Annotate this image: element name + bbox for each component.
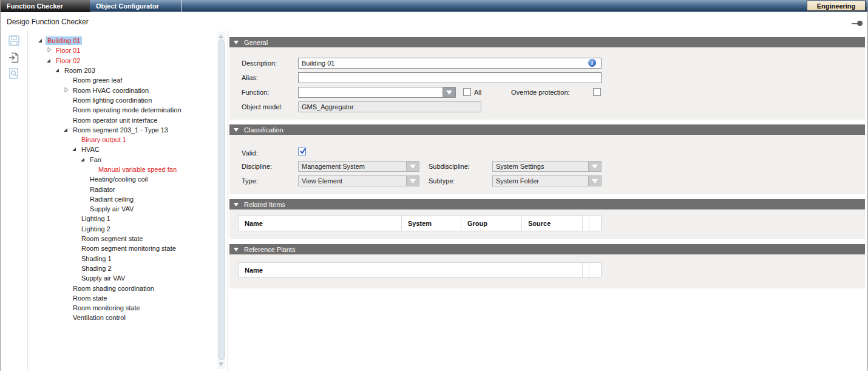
- tree-item[interactable]: Room shading coordination: [29, 283, 217, 293]
- tree-item-label: Room 203: [63, 66, 97, 75]
- tree-item[interactable]: Shading 1: [29, 254, 217, 264]
- tree-item[interactable]: Room monitoring state: [29, 303, 217, 313]
- chevron-down-icon: [592, 165, 598, 169]
- tree-item[interactable]: HVAC: [29, 145, 217, 154]
- section-title: Reference Plants: [244, 246, 295, 253]
- column-header-source[interactable]: Source: [522, 216, 583, 231]
- type-dropdown-button[interactable]: [406, 175, 419, 186]
- tree-item[interactable]: Room segment state: [29, 234, 217, 243]
- tree-item[interactable]: Radiator: [29, 184, 217, 194]
- column-header-extra: [589, 216, 601, 231]
- expander-collapsed-icon[interactable]: [64, 87, 69, 94]
- scrollbar-thumb[interactable]: [219, 39, 225, 360]
- import-icon[interactable]: [8, 52, 20, 64]
- tree-item[interactable]: Binary output 1: [29, 135, 217, 145]
- description-input[interactable]: [298, 58, 602, 69]
- tree-item[interactable]: Supply air VAV: [29, 204, 217, 214]
- section-title: Classification: [244, 126, 283, 134]
- tree-item-label: Manual variable speed fan: [97, 165, 178, 174]
- tree-item-label: Shading 2: [80, 264, 114, 273]
- tree-item[interactable]: Room HVAC coordination: [29, 85, 217, 95]
- collapse-triangle-icon: [234, 41, 239, 44]
- expander-expanded-icon[interactable]: [47, 59, 50, 63]
- column-header-name[interactable]: Name: [239, 216, 402, 231]
- subdiscipline-dropdown-value: System Settings: [492, 161, 588, 172]
- tree-item[interactable]: Room 203: [29, 66, 217, 75]
- tree-item[interactable]: Room segment 203_1 - Type 13: [29, 125, 217, 135]
- tree-item[interactable]: Room lighting coordination: [29, 95, 217, 105]
- tree-item[interactable]: Manual variable speed fan: [29, 165, 217, 174]
- pushpin-icon[interactable]: [852, 21, 863, 26]
- chevron-down-icon: [410, 165, 416, 169]
- section-general-header[interactable]: General: [229, 37, 865, 47]
- column-header-name[interactable]: Name: [239, 263, 583, 277]
- tree-item-label: Supply air VAV: [80, 274, 127, 282]
- valid-label: Valid:: [242, 148, 258, 158]
- tree-scrollbar[interactable]: [217, 32, 225, 369]
- function-dropdown-button[interactable]: [442, 87, 456, 98]
- alias-input[interactable]: [298, 72, 602, 83]
- function-label: Function:: [242, 87, 269, 98]
- valid-checkbox[interactable]: [298, 148, 306, 155]
- tree-item[interactable]: Floor 02: [29, 56, 217, 66]
- tree-item[interactable]: Fan: [29, 155, 217, 165]
- subdiscipline-label: Subdiscipline:: [429, 161, 470, 172]
- info-icon[interactable]: i: [588, 59, 596, 67]
- tree-item[interactable]: Room operating mode determination: [29, 105, 217, 115]
- expander-expanded-icon[interactable]: [64, 128, 67, 132]
- subtype-dropdown[interactable]: System Folder: [492, 175, 602, 186]
- tree-item[interactable]: Room segment monitoring state: [29, 243, 217, 253]
- tree-item[interactable]: Ventilation control: [29, 313, 217, 322]
- collapse-triangle-icon: [234, 248, 239, 251]
- expander-expanded-icon[interactable]: [55, 69, 59, 72]
- section-related-items: Related Items Name System Group Source: [229, 199, 865, 239]
- tree-item[interactable]: Room state: [29, 293, 217, 303]
- scroll-up-icon[interactable]: [219, 33, 223, 38]
- discipline-dropdown[interactable]: Management System: [298, 161, 419, 172]
- related-items-table: Name System Group Source: [238, 215, 602, 231]
- subtype-dropdown-button[interactable]: [588, 175, 602, 186]
- tree-item[interactable]: Lighting 1: [29, 214, 217, 223]
- tree-item[interactable]: Shading 2: [29, 264, 217, 273]
- expander-expanded-icon[interactable]: [81, 158, 84, 162]
- tree-item-label: Radiant ceiling: [88, 195, 135, 203]
- column-header-group[interactable]: Group: [461, 216, 522, 231]
- tab-function-checker[interactable]: Function Checker: [1, 0, 90, 12]
- section-related-items-header[interactable]: Related Items: [229, 199, 865, 209]
- tree-item[interactable]: Room operator unit interface: [29, 115, 217, 124]
- tree-item-label: Shading 1: [80, 254, 114, 263]
- section-classification-header[interactable]: Classification: [229, 124, 865, 135]
- expander-expanded-icon[interactable]: [38, 39, 42, 43]
- tree-item-label: Radiator: [88, 185, 117, 194]
- discipline-label: Discipline:: [242, 161, 272, 172]
- tree-item[interactable]: Room green leaf: [29, 75, 217, 85]
- tree-item-label: Supply air VAV: [88, 205, 135, 213]
- section-title: Related Items: [244, 201, 285, 208]
- tree-item-label: Room state: [71, 294, 109, 302]
- scroll-down-icon[interactable]: [219, 362, 223, 368]
- type-dropdown[interactable]: View Element: [298, 175, 419, 186]
- subdiscipline-dropdown-button[interactable]: [588, 161, 602, 172]
- engineering-button[interactable]: Engineering: [807, 1, 866, 11]
- tree-item[interactable]: Heating/cooling coil: [29, 174, 217, 184]
- save-icon[interactable]: [8, 35, 20, 47]
- expander-collapsed-icon[interactable]: [47, 47, 52, 54]
- override-protection-checkbox[interactable]: [593, 88, 601, 96]
- object-model-label: Object model:: [242, 101, 283, 112]
- tree-item[interactable]: Radiant ceiling: [29, 194, 217, 204]
- column-header-extra: [583, 263, 589, 277]
- section-reference-plants-header[interactable]: Reference Plants: [229, 244, 865, 254]
- tab-object-configurator[interactable]: Object Configurator: [90, 0, 181, 12]
- subdiscipline-dropdown[interactable]: System Settings: [492, 161, 602, 172]
- left-toolbar: [1, 30, 28, 371]
- tree-item[interactable]: Floor 01: [29, 46, 217, 55]
- discipline-dropdown-button[interactable]: [406, 161, 419, 172]
- all-checkbox[interactable]: [463, 88, 471, 96]
- function-dropdown[interactable]: [298, 87, 456, 98]
- tree-item[interactable]: Lighting 2: [29, 224, 217, 234]
- search-document-icon[interactable]: [8, 67, 20, 80]
- column-header-system[interactable]: System: [402, 216, 461, 231]
- tree-item[interactable]: Supply air VAV: [29, 273, 217, 283]
- tree-item[interactable]: Building 01: [29, 36, 217, 46]
- expander-expanded-icon[interactable]: [72, 148, 76, 151]
